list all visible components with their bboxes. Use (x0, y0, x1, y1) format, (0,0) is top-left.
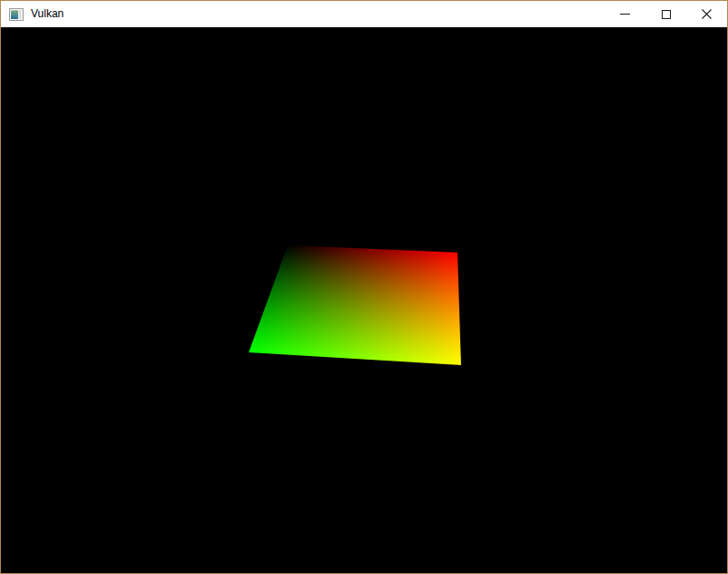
close-icon (702, 9, 712, 19)
titlebar[interactable]: Vulkan (1, 1, 727, 27)
maximize-icon (662, 10, 671, 19)
caption-buttons (605, 1, 727, 27)
app-icon[interactable] (9, 7, 24, 22)
vulkan-window: Vulkan (0, 0, 728, 574)
close-button[interactable] (686, 1, 727, 27)
window-title: Vulkan (31, 1, 64, 27)
maximize-button[interactable] (645, 1, 686, 27)
minimize-button[interactable] (605, 1, 645, 27)
render-viewport (1, 27, 727, 573)
minimize-icon (620, 14, 630, 15)
gradient-quad (249, 245, 461, 365)
